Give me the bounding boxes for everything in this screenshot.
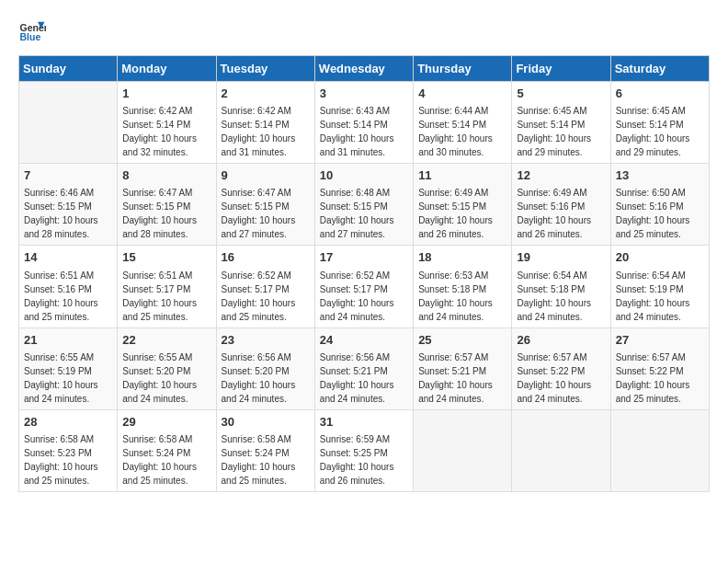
day-info: Sunrise: 6:54 AM Sunset: 5:19 PM Dayligh… bbox=[616, 269, 704, 324]
day-number: 8 bbox=[122, 167, 210, 184]
day-number: 12 bbox=[517, 167, 605, 184]
day-number: 4 bbox=[418, 86, 506, 102]
day-number: 30 bbox=[222, 414, 310, 431]
day-number: 9 bbox=[222, 167, 310, 184]
day-number: 31 bbox=[320, 414, 408, 431]
empty-cell bbox=[414, 409, 512, 491]
day-info: Sunrise: 6:55 AM Sunset: 5:19 PM Dayligh… bbox=[24, 350, 112, 406]
day-cell-23: 23Sunrise: 6:56 AM Sunset: 5:20 PM Dayli… bbox=[216, 327, 314, 409]
day-number: 25 bbox=[418, 332, 506, 349]
day-cell-9: 9Sunrise: 6:47 AM Sunset: 5:15 PM Daylig… bbox=[216, 164, 314, 246]
day-cell-12: 12Sunrise: 6:49 AM Sunset: 5:16 PM Dayli… bbox=[512, 164, 610, 246]
day-cell-5: 5Sunrise: 6:45 AM Sunset: 5:14 PM Daylig… bbox=[512, 82, 610, 164]
day-number: 3 bbox=[320, 86, 408, 102]
day-cell-11: 11Sunrise: 6:49 AM Sunset: 5:15 PM Dayli… bbox=[414, 164, 512, 246]
day-number: 17 bbox=[320, 249, 408, 266]
day-info: Sunrise: 6:45 AM Sunset: 5:14 PM Dayligh… bbox=[616, 104, 704, 159]
day-number: 10 bbox=[320, 167, 408, 184]
day-info: Sunrise: 6:51 AM Sunset: 5:16 PM Dayligh… bbox=[24, 269, 112, 324]
empty-cell bbox=[512, 409, 610, 491]
day-header-thursday: Thursday bbox=[414, 56, 512, 82]
day-cell-22: 22Sunrise: 6:55 AM Sunset: 5:20 PM Dayli… bbox=[118, 327, 216, 409]
day-number: 11 bbox=[418, 167, 506, 184]
calendar-table: SundayMondayTuesdayWednesdayThursdayFrid… bbox=[18, 55, 710, 492]
day-number: 5 bbox=[517, 86, 605, 102]
day-cell-24: 24Sunrise: 6:56 AM Sunset: 5:21 PM Dayli… bbox=[314, 327, 413, 409]
day-number: 16 bbox=[222, 249, 310, 266]
day-cell-10: 10Sunrise: 6:48 AM Sunset: 5:15 PM Dayli… bbox=[314, 164, 413, 246]
week-row-4: 21Sunrise: 6:55 AM Sunset: 5:19 PM Dayli… bbox=[19, 327, 710, 409]
day-info: Sunrise: 6:50 AM Sunset: 5:16 PM Dayligh… bbox=[616, 186, 704, 241]
day-info: Sunrise: 6:47 AM Sunset: 5:15 PM Dayligh… bbox=[122, 186, 210, 241]
day-info: Sunrise: 6:56 AM Sunset: 5:20 PM Dayligh… bbox=[222, 350, 310, 406]
day-cell-17: 17Sunrise: 6:52 AM Sunset: 5:17 PM Dayli… bbox=[314, 246, 413, 327]
day-cell-20: 20Sunrise: 6:54 AM Sunset: 5:19 PM Dayli… bbox=[610, 246, 709, 327]
day-number: 1 bbox=[122, 86, 210, 102]
day-number: 22 bbox=[122, 332, 210, 349]
day-cell-21: 21Sunrise: 6:55 AM Sunset: 5:19 PM Dayli… bbox=[19, 327, 118, 409]
day-info: Sunrise: 6:44 AM Sunset: 5:14 PM Dayligh… bbox=[418, 104, 506, 159]
day-number: 7 bbox=[24, 167, 112, 184]
day-info: Sunrise: 6:57 AM Sunset: 5:22 PM Dayligh… bbox=[517, 350, 605, 406]
day-header-saturday: Saturday bbox=[610, 56, 709, 82]
week-row-1: 1Sunrise: 6:42 AM Sunset: 5:14 PM Daylig… bbox=[19, 82, 710, 164]
day-number: 21 bbox=[24, 332, 112, 349]
day-number: 27 bbox=[616, 332, 704, 349]
day-info: Sunrise: 6:58 AM Sunset: 5:23 PM Dayligh… bbox=[24, 432, 112, 488]
day-cell-31: 31Sunrise: 6:59 AM Sunset: 5:25 PM Dayli… bbox=[314, 409, 413, 491]
day-cell-30: 30Sunrise: 6:58 AM Sunset: 5:24 PM Dayli… bbox=[216, 409, 314, 491]
day-headers-row: SundayMondayTuesdayWednesdayThursdayFrid… bbox=[19, 56, 710, 82]
day-info: Sunrise: 6:52 AM Sunset: 5:17 PM Dayligh… bbox=[222, 269, 310, 324]
day-number: 15 bbox=[122, 249, 210, 266]
day-info: Sunrise: 6:58 AM Sunset: 5:24 PM Dayligh… bbox=[222, 432, 310, 488]
empty-cell bbox=[610, 409, 709, 491]
day-cell-8: 8Sunrise: 6:47 AM Sunset: 5:15 PM Daylig… bbox=[118, 164, 216, 246]
day-cell-19: 19Sunrise: 6:54 AM Sunset: 5:18 PM Dayli… bbox=[512, 246, 610, 327]
day-cell-13: 13Sunrise: 6:50 AM Sunset: 5:16 PM Dayli… bbox=[610, 164, 709, 246]
day-cell-16: 16Sunrise: 6:52 AM Sunset: 5:17 PM Dayli… bbox=[216, 246, 314, 327]
empty-cell bbox=[19, 82, 118, 164]
day-info: Sunrise: 6:43 AM Sunset: 5:14 PM Dayligh… bbox=[320, 104, 408, 159]
day-info: Sunrise: 6:47 AM Sunset: 5:15 PM Dayligh… bbox=[222, 186, 310, 241]
svg-text:Blue: Blue bbox=[20, 31, 41, 42]
day-cell-27: 27Sunrise: 6:57 AM Sunset: 5:22 PM Dayli… bbox=[610, 327, 709, 409]
day-info: Sunrise: 6:57 AM Sunset: 5:22 PM Dayligh… bbox=[616, 350, 704, 406]
day-number: 23 bbox=[222, 332, 310, 349]
day-number: 28 bbox=[24, 414, 112, 431]
day-info: Sunrise: 6:42 AM Sunset: 5:14 PM Dayligh… bbox=[222, 104, 310, 159]
day-info: Sunrise: 6:56 AM Sunset: 5:21 PM Dayligh… bbox=[320, 350, 408, 406]
day-info: Sunrise: 6:58 AM Sunset: 5:24 PM Dayligh… bbox=[122, 432, 210, 488]
day-header-monday: Monday bbox=[118, 56, 216, 82]
day-info: Sunrise: 6:55 AM Sunset: 5:20 PM Dayligh… bbox=[122, 350, 210, 406]
week-row-2: 7Sunrise: 6:46 AM Sunset: 5:15 PM Daylig… bbox=[19, 164, 710, 246]
day-cell-4: 4Sunrise: 6:44 AM Sunset: 5:14 PM Daylig… bbox=[414, 82, 512, 164]
day-number: 24 bbox=[320, 332, 408, 349]
day-number: 26 bbox=[517, 332, 605, 349]
day-cell-26: 26Sunrise: 6:57 AM Sunset: 5:22 PM Dayli… bbox=[512, 327, 610, 409]
day-header-wednesday: Wednesday bbox=[314, 56, 413, 82]
day-info: Sunrise: 6:49 AM Sunset: 5:16 PM Dayligh… bbox=[517, 186, 605, 241]
day-cell-3: 3Sunrise: 6:43 AM Sunset: 5:14 PM Daylig… bbox=[314, 82, 413, 164]
day-info: Sunrise: 6:59 AM Sunset: 5:25 PM Dayligh… bbox=[320, 432, 408, 488]
day-info: Sunrise: 6:45 AM Sunset: 5:14 PM Dayligh… bbox=[517, 104, 605, 159]
day-header-tuesday: Tuesday bbox=[216, 56, 314, 82]
logo: General Blue bbox=[18, 18, 46, 46]
day-info: Sunrise: 6:49 AM Sunset: 5:15 PM Dayligh… bbox=[418, 186, 506, 241]
day-cell-15: 15Sunrise: 6:51 AM Sunset: 5:17 PM Dayli… bbox=[118, 246, 216, 327]
day-number: 2 bbox=[222, 86, 310, 102]
day-cell-25: 25Sunrise: 6:57 AM Sunset: 5:21 PM Dayli… bbox=[414, 327, 512, 409]
day-cell-2: 2Sunrise: 6:42 AM Sunset: 5:14 PM Daylig… bbox=[216, 82, 314, 164]
day-header-friday: Friday bbox=[512, 56, 610, 82]
day-number: 13 bbox=[616, 167, 704, 184]
day-header-sunday: Sunday bbox=[19, 56, 118, 82]
day-number: 6 bbox=[616, 86, 704, 102]
logo-icon: General Blue bbox=[18, 18, 46, 46]
day-cell-7: 7Sunrise: 6:46 AM Sunset: 5:15 PM Daylig… bbox=[19, 164, 118, 246]
day-info: Sunrise: 6:51 AM Sunset: 5:17 PM Dayligh… bbox=[122, 269, 210, 324]
day-cell-6: 6Sunrise: 6:45 AM Sunset: 5:14 PM Daylig… bbox=[610, 82, 709, 164]
day-cell-28: 28Sunrise: 6:58 AM Sunset: 5:23 PM Dayli… bbox=[19, 409, 118, 491]
week-row-5: 28Sunrise: 6:58 AM Sunset: 5:23 PM Dayli… bbox=[19, 409, 710, 491]
day-info: Sunrise: 6:42 AM Sunset: 5:14 PM Dayligh… bbox=[122, 104, 210, 159]
page-header: General Blue bbox=[18, 18, 710, 46]
day-cell-1: 1Sunrise: 6:42 AM Sunset: 5:14 PM Daylig… bbox=[118, 82, 216, 164]
